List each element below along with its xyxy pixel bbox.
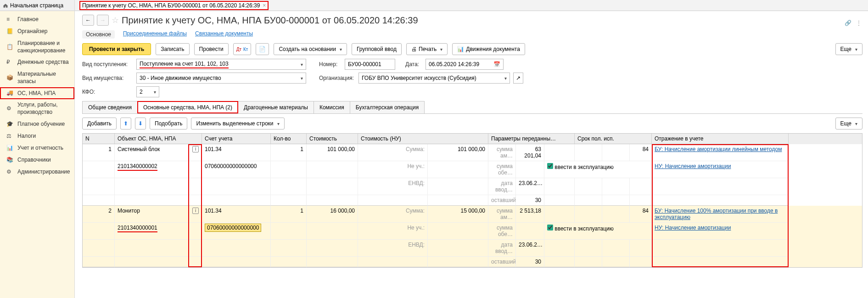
cell-obj-name[interactable]: Монитор i [115, 206, 202, 223]
create-based-button[interactable]: Создать на основании [274, 43, 347, 55]
cell-ref2[interactable]: НУ: Начисление амортизации [652, 161, 789, 178]
edit-rows-button[interactable]: Изменить выделенные строки [191, 118, 284, 129]
cell-p3-val[interactable]: 23.06.2… [516, 178, 544, 195]
doc-icon-button[interactable]: 📄 [256, 43, 269, 55]
tab-commission[interactable]: Комиссия [314, 101, 350, 113]
pick-button[interactable]: Подобрать [150, 118, 187, 129]
close-icon[interactable]: × [263, 2, 266, 9]
post-close-button[interactable]: Провести и закрыть [82, 43, 151, 55]
cell-obj-name[interactable]: Системный блок i [115, 144, 202, 161]
sidebar-item-11[interactable]: ⚙Администрирование [0, 166, 74, 178]
cell-obj-inv[interactable]: 2101340000002 [115, 161, 202, 178]
save-button[interactable]: Записать [156, 43, 189, 55]
cell-chk[interactable]: ввести в эксплуатацию [544, 161, 652, 178]
org-select[interactable]: ГОБУ ВПО Университет искусств (Субсидия) [358, 73, 510, 84]
sidebar-item-label: Главное [17, 16, 39, 23]
cell-ref1[interactable]: БУ: Начисление 100% амортизации при ввод… [652, 206, 789, 223]
sidebar-item-2[interactable]: 📋Планирование и санкционирование [0, 38, 74, 56]
org-label: Организация: [319, 75, 355, 81]
subnav-files[interactable]: Присоединенные файлы [123, 30, 187, 39]
more-icon[interactable]: ⋮ [856, 20, 862, 26]
cell-ref1[interactable]: БУ: Начисление амортизации линейным мето… [652, 144, 789, 161]
th-obj[interactable]: Объект ОС, НМА, НПА [115, 134, 202, 144]
group-input-button[interactable]: Групповой ввод [352, 43, 402, 55]
th-refl[interactable]: Отражение в учете [652, 134, 789, 144]
tab-precious[interactable]: Драгоценные материалы [238, 101, 314, 113]
th-srok[interactable]: Срок пол. исп. [575, 134, 652, 144]
cell-acct2[interactable]: 07060000000000000 [202, 161, 271, 178]
asset-type-select[interactable]: 30 - Иное движимое имущество [136, 73, 306, 84]
th-n[interactable]: N [83, 134, 115, 144]
cell-srok[interactable]: 84 [630, 206, 652, 223]
tab-general[interactable]: Общие сведения [82, 101, 138, 113]
cell-qty[interactable]: 1 [271, 206, 307, 223]
sidebar-item-1[interactable]: 📒Органайзер [0, 26, 74, 38]
cell-p3-val[interactable]: 23.06.2… [516, 240, 544, 257]
info-icon[interactable]: i [192, 146, 199, 152]
cell-nu-val[interactable]: 101 000,00 [428, 144, 488, 161]
sidebar-item-8[interactable]: ⚖Налоги [0, 130, 74, 142]
more-button[interactable]: Еще [835, 43, 862, 55]
add-button[interactable]: Добавить [82, 118, 117, 129]
commission-checkbox[interactable] [547, 163, 553, 169]
cell-ref2[interactable]: НУ: Начисление амортизации [652, 223, 789, 240]
star-icon[interactable]: ☆ [112, 15, 119, 25]
cell-p1-val[interactable]: 2 513,18 [516, 206, 544, 223]
tab-accounting[interactable]: Бухгалтерская операция [350, 101, 425, 113]
cell-n[interactable]: 1 [83, 144, 115, 161]
cell-cost[interactable]: 101 000,00 [307, 144, 358, 161]
cell-obj-inv[interactable]: 2101340000001 [115, 223, 202, 240]
cell-cost[interactable]: 16 000,00 [307, 206, 358, 223]
subnav-linked[interactable]: Связанные документы [195, 30, 253, 39]
sidebar-item-3[interactable]: ₽Денежные средства [0, 56, 74, 68]
move-down-button[interactable]: ⬇ [135, 118, 146, 129]
number-field[interactable] [345, 59, 395, 70]
post-button[interactable]: Провести [194, 43, 229, 55]
back-button[interactable]: ← [82, 15, 94, 26]
sidebar-item-5[interactable]: 🚚ОС, НМА, НПА [0, 87, 74, 99]
sidebar-item-6[interactable]: ⚙Услуги, работы, производство [0, 99, 74, 118]
date-field[interactable]: 06.05.2020 14:26:39📅 [426, 59, 504, 70]
tab-assets[interactable]: Основные средства, НМА, НПА (2) [137, 101, 238, 113]
movements-button[interactable]: 📊 Движения документа [452, 43, 525, 55]
cell-qty[interactable]: 1 [271, 144, 307, 161]
cell-nu-val[interactable]: 15 000,00 [428, 206, 488, 223]
commission-checkbox[interactable] [547, 225, 553, 231]
th-params[interactable]: Параметры переданны… [488, 134, 575, 144]
cell-p4-val[interactable]: 30 [516, 257, 544, 267]
cell-p1-val[interactable]: 63 201,04 [516, 144, 544, 161]
document-tab[interactable]: Принятие к учету ОС, НМА, НПА БУ00-00000… [79, 1, 269, 10]
number-label: Номер: [319, 61, 341, 67]
th-acct[interactable]: Счет учета [202, 134, 271, 144]
print-button[interactable]: 🖨 Печать [406, 43, 448, 55]
th-qty[interactable]: Кол-во [271, 134, 307, 144]
receipt-select[interactable]: Поступление на счет 101, 102, 103 [136, 59, 306, 70]
move-up-button[interactable]: ⬆ [120, 118, 131, 129]
link-icon[interactable]: 🔗 [845, 20, 851, 26]
calendar-icon[interactable]: 📅 [493, 61, 500, 67]
th-cost[interactable]: Стоимость [307, 134, 358, 144]
dtkt-button[interactable]: ДтКт [233, 43, 252, 55]
cell-acct[interactable]: 101.34 [202, 144, 271, 161]
sidebar-item-10[interactable]: 📚Справочники [0, 154, 74, 166]
home-tab[interactable]: Начальная страница [0, 0, 74, 11]
cell-p4-val[interactable]: 30 [516, 195, 544, 206]
kfo-select[interactable]: 2 [136, 86, 159, 97]
more-button-2[interactable]: Еще [835, 118, 862, 129]
sidebar-item-0[interactable]: ≡Главное [0, 14, 74, 26]
cell-p4-lbl: оставшийс… [488, 195, 516, 206]
cell-acct[interactable]: 101.34 [202, 206, 271, 223]
org-open-button[interactable]: ↗ [513, 73, 523, 84]
sidebar-item-9[interactable]: 📊Учет и отчетность [0, 142, 74, 154]
sidebar-item-7[interactable]: 🎓Платное обучение [0, 118, 74, 130]
th-cost-nu[interactable]: Стоимость (НУ) [358, 134, 488, 144]
cell-srok[interactable]: 84 [630, 144, 652, 161]
cell-chk[interactable]: ввести в эксплуатацию [544, 223, 652, 240]
info-icon[interactable]: i [192, 208, 199, 214]
cell-acct2[interactable]: 07060000000000000 [202, 223, 271, 240]
sidebar-item-label: Платное обучение [17, 121, 65, 128]
forward-button[interactable]: → [97, 15, 109, 26]
cell-n[interactable]: 2 [83, 206, 115, 223]
subnav-main[interactable]: Основное [82, 30, 115, 39]
sidebar-item-4[interactable]: 📦Материальные запасы [0, 68, 74, 87]
